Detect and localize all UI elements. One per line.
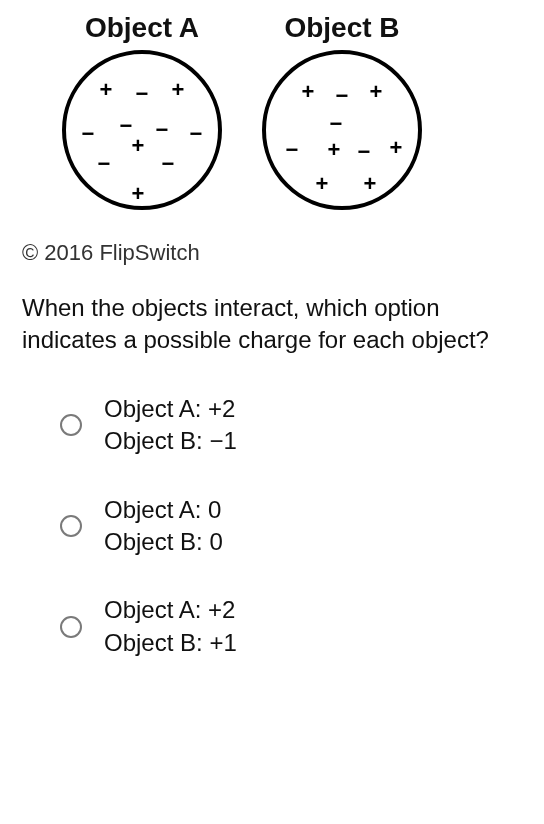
plus-charge-icon: + (390, 137, 403, 159)
plus-charge-icon: + (302, 81, 315, 103)
minus-charge-icon: − (98, 153, 111, 175)
answer-option-1[interactable]: Object A: +2 Object B: −1 (60, 393, 522, 458)
object-a-label: Object A (85, 12, 199, 44)
radio-button-icon[interactable] (60, 515, 82, 537)
minus-charge-icon: − (120, 115, 133, 137)
object-b-label: Object B (284, 12, 399, 44)
plus-charge-icon: + (316, 173, 329, 195)
answer-option-text: Object A: 0 Object B: 0 (104, 494, 223, 559)
minus-charge-icon: − (330, 113, 343, 135)
object-a-block: Object A +−+−−+−−−−+ (62, 12, 222, 210)
plus-charge-icon: + (370, 81, 383, 103)
page: Object A +−+−−+−−−−+ Object B +−+−−+−+++… (0, 0, 544, 679)
minus-charge-icon: − (156, 119, 169, 141)
object-a-circle: +−+−−+−−−−+ (62, 50, 222, 210)
minus-charge-icon: − (190, 123, 203, 145)
answer-option-text: Object A: +2 Object B: +1 (104, 594, 237, 659)
minus-charge-icon: − (136, 83, 149, 105)
diagram-row: Object A +−+−−+−−−−+ Object B +−+−−+−+++ (22, 12, 522, 210)
answer-option-2[interactable]: Object A: 0 Object B: 0 (60, 494, 522, 559)
answer-option-text: Object A: +2 Object B: −1 (104, 393, 237, 458)
object-b-circle: +−+−−+−+++ (262, 50, 422, 210)
radio-button-icon[interactable] (60, 616, 82, 638)
minus-charge-icon: − (82, 123, 95, 145)
minus-charge-icon: − (336, 85, 349, 107)
plus-charge-icon: + (132, 135, 145, 157)
minus-charge-icon: − (286, 139, 299, 161)
plus-charge-icon: + (100, 79, 113, 101)
minus-charge-icon: − (162, 153, 175, 175)
object-b-block: Object B +−+−−+−+++ (262, 12, 422, 210)
plus-charge-icon: + (132, 183, 145, 205)
copyright-text: © 2016 FlipSwitch (22, 240, 522, 266)
radio-button-icon[interactable] (60, 414, 82, 436)
answer-option-3[interactable]: Object A: +2 Object B: +1 (60, 594, 522, 659)
minus-charge-icon: − (358, 141, 371, 163)
plus-charge-icon: + (328, 139, 341, 161)
plus-charge-icon: + (364, 173, 377, 195)
question-text: When the objects interact, which option … (22, 292, 522, 357)
plus-charge-icon: + (172, 79, 185, 101)
answer-options: Object A: +2 Object B: −1Object A: 0 Obj… (22, 393, 522, 659)
